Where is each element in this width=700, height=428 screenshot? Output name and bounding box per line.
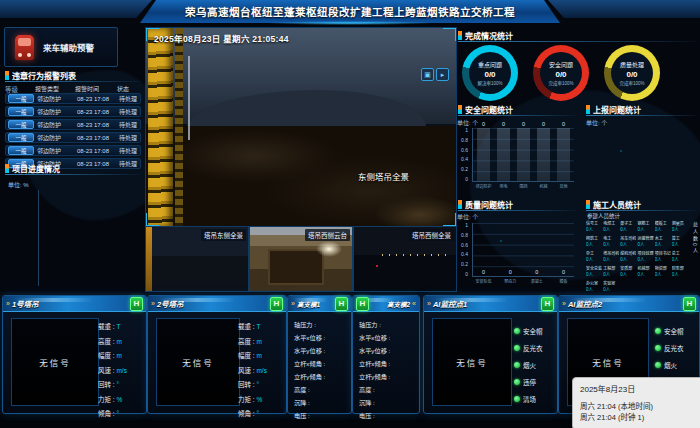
- violation-type: 邻边防护: [37, 107, 77, 116]
- violation-type: 邻边防护: [37, 120, 77, 129]
- reported-unit-label: 单位: 个: [586, 118, 607, 127]
- violation-status: 待处理: [119, 120, 139, 129]
- device-status-icon[interactable]: H: [356, 297, 369, 311]
- violation-table-row[interactable]: 一般 邻边防护 08-23 17:08 待处理: [5, 145, 141, 156]
- bar-category: 预应力: [497, 278, 523, 284]
- personnel-item: 砌筑工 0人: [586, 235, 602, 247]
- field-row: 载重 : T: [98, 321, 142, 331]
- personnel-item: 吊车司机 0人: [620, 235, 636, 247]
- personnel-count: 0人: [672, 226, 688, 232]
- bar-value: 0: [477, 269, 490, 275]
- crane-mast-secondary: [175, 28, 183, 226]
- device-status-icon[interactable]: H: [541, 297, 554, 311]
- field-row: 立杆y倾角 :: [359, 372, 415, 381]
- donut: 安全问题 0/0 完成率100%: [533, 45, 589, 101]
- panel-header[interactable]: » 1号塔吊 H: [3, 296, 146, 312]
- device-status-icon[interactable]: H: [335, 297, 348, 311]
- field-row: 载重 : T: [238, 321, 282, 331]
- violation-time: 08-23 17:08: [77, 96, 119, 102]
- panel-header[interactable]: » AI监控点1 H: [424, 296, 557, 312]
- field-row: 风速 : m/s: [238, 365, 282, 375]
- violation-table-row[interactable]: 一般 邻边防护 08-23 17:08 待处理: [5, 93, 141, 104]
- level-badge: 一般: [8, 94, 34, 103]
- y-tick: 0: [456, 272, 468, 277]
- violation-type: 邻边防护: [37, 146, 77, 155]
- app-title-bar: 荣乌高速烟台枢纽至蓬莱枢纽段改扩建工程上跨蓝烟铁路立交桥工程: [140, 0, 560, 23]
- bar-category: 模板: [550, 278, 576, 284]
- personnel-item: 模板工 0人: [655, 220, 671, 232]
- ai-detection-item: 违停: [514, 377, 552, 387]
- panel-header[interactable]: » 高支模1 H: [288, 296, 351, 312]
- status-dot-icon: [655, 328, 661, 334]
- personnel-count: 0人: [603, 226, 619, 232]
- clock-tooltip: 2025年8月23日 周六 21:04 (本地时间) 周六 21:04 (时钟 …: [572, 377, 700, 428]
- y-tick: 0.6: [456, 148, 468, 153]
- no-signal-box[interactable]: 无信号: [432, 318, 512, 406]
- violation-table-row[interactable]: 一般 邻边防护 08-23 17:08 待处理: [5, 132, 141, 143]
- violation-table-row[interactable]: 一般 邻边防护 08-23 17:08 待处理: [5, 106, 141, 117]
- arrow-icon: »: [291, 300, 295, 307]
- violation-status: 待处理: [119, 146, 139, 155]
- panel-header[interactable]: » 2号塔吊 H: [148, 296, 286, 312]
- personnel-item: 运输管理 0人: [637, 235, 653, 247]
- violation-table-row[interactable]: 一般 邻边防护 08-23 17:08 待处理: [5, 119, 141, 130]
- personnel-count: 0人: [637, 256, 653, 262]
- vehicle-warning-widget[interactable]: 来车辅助预警: [4, 27, 118, 67]
- bar: 0 用电: [497, 128, 510, 181]
- donut: 质量处理 0/0 完成率100%: [604, 45, 660, 101]
- field-unit: m/s: [116, 367, 126, 374]
- personnel-item: 实验室 0人: [603, 280, 619, 292]
- panel-header[interactable]: » AI监控点2 H: [559, 296, 699, 312]
- bar: 0 围挡: [517, 128, 530, 181]
- section-marker-icon: [586, 105, 590, 114]
- no-signal-box[interactable]: 无信号: [11, 318, 99, 406]
- field-row: 沉降 :: [294, 398, 348, 407]
- bar-category: 其他: [551, 183, 577, 189]
- personnel-count: 0人: [637, 226, 653, 232]
- status-dot-icon: [655, 345, 661, 351]
- camera-lights-detail: [382, 254, 452, 256]
- progress-section-title: 项目进度情况: [5, 163, 60, 174]
- camera-caption: 塔吊东侧全景: [201, 229, 246, 241]
- ai-detection-item: 烟火: [655, 360, 693, 370]
- fullscreen-icon[interactable]: ▸: [436, 68, 449, 81]
- quality-y-axis: 10.80.60.40.20: [456, 223, 468, 277]
- corner-bracket: [145, 27, 159, 41]
- donut-label: 质量处理: [620, 60, 644, 69]
- personnel-count: 0人: [620, 241, 636, 247]
- donut-center: 安全问题 0/0 完成率100%: [540, 52, 582, 94]
- personnel-count: 0人: [637, 241, 653, 247]
- safety-plot: 0 邻边防护 0 用电 0 围挡 0 机械: [472, 128, 574, 182]
- formwork-fields: 轴压力 :水平x位移 :水平y位移 :立杆x倾角 :立杆y倾角 :高度 :沉降 …: [294, 320, 348, 420]
- device-status-icon[interactable]: H: [270, 297, 283, 311]
- personnel-total: 总人数0人: [692, 222, 699, 255]
- no-signal-box[interactable]: 无信号: [156, 318, 240, 406]
- light-pole: [188, 56, 190, 140]
- y-tick: 0.6: [456, 243, 468, 248]
- sub-camera-west[interactable]: 塔吊西侧全景: [353, 226, 457, 292]
- bar: 0 邻边防护: [477, 128, 490, 181]
- sub-camera-west-ptz[interactable]: 塔吊西侧云台: [249, 226, 353, 292]
- sub-camera-east[interactable]: 塔吊东侧全景: [145, 226, 249, 292]
- main-video-feed[interactable]: 2025年08月23日 星期六 21:05:44 ▣ ▸ 东侧塔吊全景: [145, 27, 457, 227]
- bar-value: 0: [517, 121, 530, 127]
- capture-icon[interactable]: ▣: [421, 68, 434, 81]
- ai-detection-list: 安全帽 反光衣 烟火 违停 清场: [514, 326, 552, 404]
- progress-chart-axis: [38, 190, 39, 286]
- field-unit: %: [256, 396, 262, 403]
- donut-value: 0/0: [626, 70, 637, 79]
- violation-type: 邻边防护: [37, 94, 77, 103]
- title-wing-left: [0, 0, 152, 18]
- camera-light-detail: [316, 241, 342, 257]
- violation-status: 待处理: [119, 159, 139, 168]
- panel-header[interactable]: H 高支模2 «: [353, 296, 419, 312]
- device-status-icon[interactable]: H: [130, 297, 143, 311]
- camera-caption: 塔吊西侧云台: [305, 229, 350, 241]
- device-status-icon[interactable]: H: [683, 297, 696, 311]
- status-dot-icon: [655, 362, 661, 368]
- status-dot-icon: [514, 328, 520, 334]
- personnel-item: 杂工 0人: [586, 250, 602, 262]
- quality-plot: 0 安装队伍 0 预应力 0 混凝土 0 模板: [472, 223, 574, 277]
- title-wing-right: [548, 0, 700, 18]
- violation-status: 待处理: [119, 94, 139, 103]
